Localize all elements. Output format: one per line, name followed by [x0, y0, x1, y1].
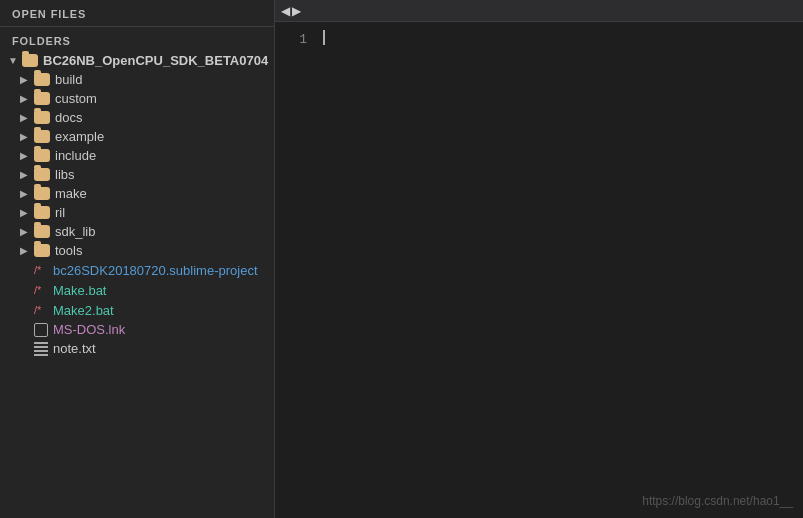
toolbar-right-arrow[interactable]: ▶: [292, 4, 301, 18]
cursor-line: [323, 30, 803, 45]
folder-item-example[interactable]: ▶ example: [0, 127, 274, 146]
folders-header: FOLDERS: [0, 27, 274, 51]
folders-section: FOLDERS ▼ BC26NB_OpenCPU_SDK_BETA0704 ▶ …: [0, 27, 274, 518]
folder-icon-custom: [34, 92, 50, 105]
arrow-sublime: ▶: [20, 265, 34, 276]
folder-icon-make: [34, 187, 50, 200]
file-item-msdos-lnk[interactable]: ▶ MS-DOS.lnk: [0, 320, 274, 339]
folder-name-ril: ril: [55, 205, 65, 220]
arrow-include: ▶: [20, 150, 34, 161]
folder-item-ril[interactable]: ▶ ril: [0, 203, 274, 222]
folder-item-docs[interactable]: ▶ docs: [0, 108, 274, 127]
file-name-msdos-lnk: MS-DOS.lnk: [53, 322, 125, 337]
folder-item-root[interactable]: ▼ BC26NB_OpenCPU_SDK_BETA0704: [0, 51, 274, 70]
folder-item-sdk-lib[interactable]: ▶ sdk_lib: [0, 222, 274, 241]
arrow-make2-bat: ▶: [20, 305, 34, 316]
toolbar-left-arrow[interactable]: ◀: [281, 4, 290, 18]
editor: ◀ ▶ 1 https://blog.csdn.net/hao1__: [275, 0, 803, 518]
text-cursor: [323, 30, 325, 45]
line-number-1: 1: [275, 30, 307, 49]
file-icon-txt: [34, 342, 48, 356]
editor-toolbar: ◀ ▶: [275, 0, 803, 22]
folder-icon-sdk-lib: [34, 225, 50, 238]
file-name-sublime-project: bc26SDK20180720.sublime-project: [53, 263, 258, 278]
folder-name-build: build: [55, 72, 82, 87]
file-icon-bat2: /*: [34, 302, 48, 318]
arrow-make-bat: ▶: [20, 285, 34, 296]
folder-item-include[interactable]: ▶ include: [0, 146, 274, 165]
folder-name-docs: docs: [55, 110, 82, 125]
folder-name-libs: libs: [55, 167, 75, 182]
file-item-note-txt[interactable]: ▶ note.txt: [0, 339, 274, 358]
folder-item-custom[interactable]: ▶ custom: [0, 89, 274, 108]
folder-name-make: make: [55, 186, 87, 201]
folder-icon-tools: [34, 244, 50, 257]
sidebar: OPEN FILES FOLDERS ▼ BC26NB_OpenCPU_SDK_…: [0, 0, 275, 518]
file-name-make2-bat: Make2.bat: [53, 303, 114, 318]
folder-item-tools[interactable]: ▶ tools: [0, 241, 274, 260]
arrow-make: ▶: [20, 188, 34, 199]
folder-name-root: BC26NB_OpenCPU_SDK_BETA0704: [43, 53, 268, 68]
file-icon-sublime: /*: [34, 262, 48, 278]
folder-icon-example: [34, 130, 50, 143]
folder-icon-build: [34, 73, 50, 86]
file-name-note-txt: note.txt: [53, 341, 96, 356]
folder-icon-include: [34, 149, 50, 162]
file-item-make2-bat[interactable]: ▶ /* Make2.bat: [0, 300, 274, 320]
code-area[interactable]: [315, 22, 803, 518]
editor-body: 1: [275, 22, 803, 518]
folder-icon-docs: [34, 111, 50, 124]
arrow-ril: ▶: [20, 207, 34, 218]
file-icon-bat1: /*: [34, 282, 48, 298]
folder-item-libs[interactable]: ▶ libs: [0, 165, 274, 184]
watermark: https://blog.csdn.net/hao1__: [642, 494, 793, 508]
file-icon-lnk: [34, 323, 48, 337]
arrow-root: ▼: [8, 55, 22, 66]
line-numbers: 1: [275, 22, 315, 518]
arrow-sdk-lib: ▶: [20, 226, 34, 237]
file-item-sublime-project[interactable]: ▶ /* bc26SDK20180720.sublime-project: [0, 260, 274, 280]
folder-icon-root: [22, 54, 38, 67]
file-item-make-bat[interactable]: ▶ /* Make.bat: [0, 280, 274, 300]
folder-name-custom: custom: [55, 91, 97, 106]
arrow-tools: ▶: [20, 245, 34, 256]
open-files-header: OPEN FILES: [0, 0, 274, 27]
folder-item-build[interactable]: ▶ build: [0, 70, 274, 89]
folder-item-make[interactable]: ▶ make: [0, 184, 274, 203]
file-name-make-bat: Make.bat: [53, 283, 106, 298]
arrow-libs: ▶: [20, 169, 34, 180]
folder-icon-ril: [34, 206, 50, 219]
arrow-note-txt: ▶: [20, 343, 34, 354]
folder-icon-libs: [34, 168, 50, 181]
arrow-build: ▶: [20, 74, 34, 85]
folder-name-tools: tools: [55, 243, 82, 258]
arrow-custom: ▶: [20, 93, 34, 104]
arrow-docs: ▶: [20, 112, 34, 123]
folder-name-sdk-lib: sdk_lib: [55, 224, 95, 239]
folder-name-example: example: [55, 129, 104, 144]
arrow-example: ▶: [20, 131, 34, 142]
arrow-msdos-lnk: ▶: [20, 324, 34, 335]
folder-name-include: include: [55, 148, 96, 163]
